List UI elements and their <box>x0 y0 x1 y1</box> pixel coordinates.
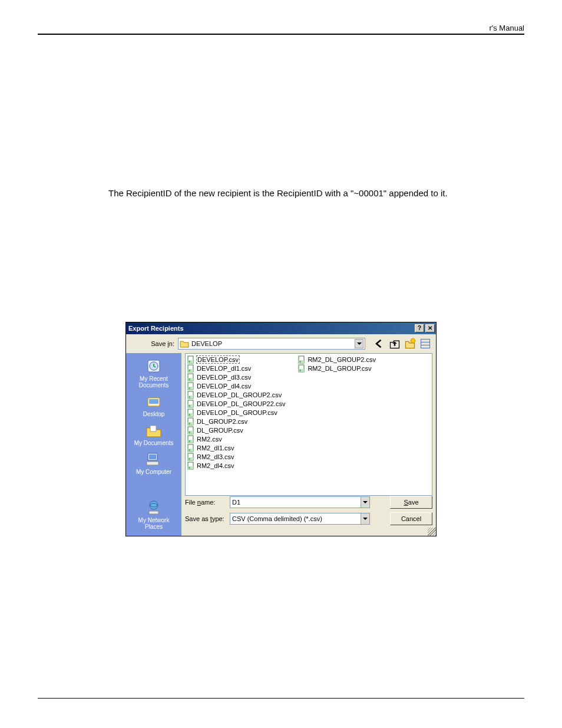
csv-file-icon: a <box>187 435 195 443</box>
dialog-titlebar[interactable]: Export Recipients ? ✕ <box>126 322 436 334</box>
footer-rule <box>38 698 524 699</box>
place-my-documents[interactable]: My Documents <box>127 421 180 447</box>
place-my-computer[interactable]: My Computer <box>127 450 180 476</box>
file-name: DL_GROUP.csv <box>196 427 244 434</box>
file-item[interactable]: aDEVELOP_dl3.csv <box>187 373 286 381</box>
file-name: DEVELOP_DL_GROUP22.csv <box>196 400 286 407</box>
header-rule <box>38 34 524 35</box>
place-desktop[interactable]: Desktop <box>127 392 180 419</box>
file-name: DEVELOP_DL_GROUP.csv <box>196 409 278 416</box>
svg-text:a: a <box>189 413 190 416</box>
csv-file-icon: a <box>187 382 195 390</box>
resize-grip-icon[interactable] <box>428 528 436 536</box>
csv-file-icon: a <box>187 453 195 461</box>
save-as-type-input[interactable] <box>230 513 361 524</box>
file-item[interactable]: aRM2.csv <box>187 434 286 443</box>
recent-documents-icon <box>144 358 163 374</box>
svg-rect-1 <box>421 340 430 348</box>
network-places-icon <box>144 499 163 516</box>
file-name: DL_GROUP2.csv <box>196 418 248 425</box>
help-button[interactable]: ? <box>415 324 424 332</box>
svg-text:a: a <box>189 395 190 398</box>
file-name: DEVELOP_DL_GROUP2.csv <box>196 391 282 398</box>
csv-file-icon: a <box>187 417 195 426</box>
cancel-button[interactable]: Cancel <box>390 512 432 525</box>
file-item[interactable]: aDEVELOP.csv <box>187 355 286 364</box>
svg-rect-58 <box>149 511 158 514</box>
save-in-row: Save in: DEVELOP <box>126 334 436 353</box>
new-folder-icon[interactable] <box>404 338 416 350</box>
file-list[interactable]: aDEVELOP.csvaDEVELOP_dl1.csvaDEVELOP_dl3… <box>185 353 432 496</box>
csv-file-icon: a <box>187 444 195 452</box>
file-name: RM2_dl3.csv <box>196 453 235 460</box>
file-item[interactable]: aDEVELOP_DL_GROUP22.csv <box>187 399 286 408</box>
file-item[interactable]: aDEVELOP_dl1.csv <box>187 364 286 373</box>
file-item[interactable]: aRM2_DL_GROUP2.csv <box>297 355 376 364</box>
svg-text:a: a <box>189 439 190 443</box>
svg-text:a: a <box>189 368 190 372</box>
csv-file-icon: a <box>187 400 195 408</box>
svg-text:a: a <box>189 386 190 390</box>
csv-file-icon: a <box>187 462 195 470</box>
save-button[interactable]: Save <box>390 496 432 509</box>
save-in-combo[interactable]: DEVELOP <box>178 338 365 350</box>
file-item[interactable]: aRM2_dl3.csv <box>187 452 286 461</box>
csv-file-icon: a <box>187 426 195 434</box>
file-name: RM2.csv <box>196 436 223 443</box>
file-item[interactable]: aRM2_DL_GROUP.csv <box>297 364 376 373</box>
place-label: Desktop <box>143 411 165 417</box>
svg-rect-7 <box>149 399 158 404</box>
file-item[interactable]: aRM2_dl4.csv <box>187 461 286 470</box>
file-item[interactable]: aDL_GROUP.csv <box>187 426 286 434</box>
place-label: My Documents <box>134 440 174 446</box>
places-bar-bottom: My Network Places <box>126 496 181 536</box>
file-item[interactable]: aRM2_dl1.csv <box>187 443 286 452</box>
chevron-down-icon[interactable] <box>361 497 369 508</box>
svg-text:a: a <box>189 466 190 469</box>
svg-text:a: a <box>189 430 190 434</box>
place-network-places[interactable]: My Network Places <box>127 498 180 531</box>
csv-file-icon: a <box>187 364 195 373</box>
file-name: RM2_dl4.csv <box>196 462 235 469</box>
chevron-down-icon[interactable] <box>355 339 363 348</box>
csv-file-icon: a <box>187 355 195 364</box>
save-in-value: DEVELOP <box>191 340 352 347</box>
file-name: DEVELOP.csv <box>196 355 240 364</box>
views-icon[interactable] <box>419 338 431 350</box>
svg-point-0 <box>411 338 415 343</box>
file-item[interactable]: aDEVELOP_DL_GROUP.csv <box>187 408 286 417</box>
file-name-input[interactable] <box>230 497 361 508</box>
places-bar: My Recent Documents Desktop My Documents <box>126 353 181 496</box>
back-icon[interactable] <box>373 338 385 350</box>
computer-icon <box>144 451 163 467</box>
file-item[interactable]: aDEVELOP_DL_GROUP2.csv <box>187 390 286 399</box>
file-name-label: File name: <box>185 499 226 506</box>
up-one-level-icon[interactable] <box>389 338 401 350</box>
file-item[interactable]: aDEVELOP_dl4.csv <box>187 381 286 390</box>
desktop-icon <box>144 393 163 410</box>
svg-text:a: a <box>189 457 190 460</box>
page-header: r's Manual <box>38 24 524 34</box>
csv-file-icon: a <box>297 364 306 373</box>
csv-file-icon: a <box>187 409 195 417</box>
file-name: DEVELOP_dl1.csv <box>196 365 252 372</box>
close-button[interactable]: ✕ <box>425 324 435 332</box>
file-name: RM2_DL_GROUP2.csv <box>307 356 376 363</box>
file-name-combo[interactable] <box>230 496 370 508</box>
chevron-down-icon[interactable] <box>361 513 369 524</box>
svg-text:a: a <box>189 360 190 363</box>
place-label: My Recent Documents <box>139 375 169 388</box>
file-name: DEVELOP_dl4.csv <box>196 383 252 390</box>
svg-text:a: a <box>299 360 301 363</box>
save-as-type-combo[interactable] <box>230 513 370 525</box>
save-in-label: Save in: <box>131 340 174 347</box>
header-right-text: r's Manual <box>489 24 524 32</box>
svg-text:a: a <box>299 368 301 372</box>
body-paragraph: The RecipientID of the new recipient is … <box>108 188 521 198</box>
file-item[interactable]: aDL_GROUP2.csv <box>187 417 286 426</box>
file-name: DEVELOP_dl3.csv <box>196 374 252 381</box>
file-name: RM2_DL_GROUP.csv <box>307 365 372 372</box>
csv-file-icon: a <box>187 391 195 399</box>
svg-text:a: a <box>189 421 190 425</box>
place-recent-documents[interactable]: My Recent Documents <box>127 357 180 390</box>
